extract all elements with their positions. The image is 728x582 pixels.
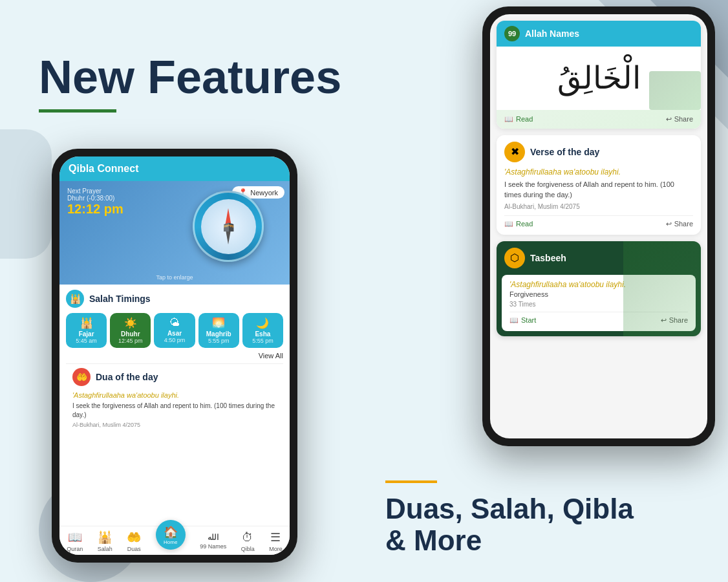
verse-title: Verse of the day (530, 147, 599, 157)
dua-section-title: Dua of the day (96, 372, 158, 382)
quran-bg-image (649, 71, 701, 110)
compass-inner: 🕋 (201, 199, 256, 254)
dhuhr-time: 12:45 pm (112, 338, 148, 344)
dua-translation: I seek the forgiveness of Allah and repe… (72, 402, 277, 420)
nav-item-99names[interactable]: الله 99 Names (200, 533, 226, 550)
tagline-text: Duas, Salah, Qibla & More (385, 493, 634, 556)
main-headline: New Features (39, 52, 341, 103)
kaaba-icon: 🕋 (223, 221, 234, 232)
dua-header: 🤲 Dua of the day (72, 368, 277, 386)
tasbeeh-icon: ⬡ (504, 248, 525, 268)
tap-enlarge-label[interactable]: Tap to enlarge (156, 274, 193, 281)
prayer-card-maghrib[interactable]: 🌅 Maghrib 5:55 pm (198, 313, 239, 348)
fajar-name: Fajar (69, 330, 104, 338)
nav-item-salah[interactable]: 🕌 Salah (98, 530, 112, 552)
tasbeeh-start-label: Start (521, 316, 536, 324)
nav-home-button[interactable]: 🏠 Home (156, 520, 186, 550)
headline-section: New Features (39, 52, 341, 113)
verse-share-label: Share (674, 220, 693, 228)
asar-time: 4:50 pm (156, 337, 192, 343)
dua-section-icon: 🤲 (72, 368, 91, 386)
prayer-card-dhuhr[interactable]: ☀️ Dhuhr 12:45 pm (110, 313, 151, 348)
verse-read-label: Read (516, 220, 533, 228)
esha-time: 5:55 pm (245, 338, 281, 344)
left-phone-frame: Qibla Connect Next Prayer Dhuhr (-0:38:0… (52, 149, 297, 563)
salah-nav-icon: 🕌 (98, 530, 112, 544)
allah-names-share-button[interactable]: ↩ Share (602, 115, 693, 124)
quran-label: Quran (67, 546, 83, 552)
bottom-nav: 📖 Quran 🕌 Salah 🤲 Duas 🏠 Home (59, 526, 290, 555)
right-panel: 99 Allah Names الْخَالِقُ 📖 Read ↩ (366, 0, 728, 582)
duas-label: Duas (127, 546, 141, 552)
verse-read-icon: 📖 (504, 220, 513, 228)
compass-circle: 🕋 (193, 191, 264, 262)
tasbeeh-start-button[interactable]: 📖 Start (509, 316, 599, 325)
verse-icon: ✖ (504, 142, 525, 162)
left-panel: New Features Qibla Connect Next Prayer (0, 0, 375, 582)
fajar-time: 5:45 am (69, 338, 104, 344)
next-prayer-label: Next Prayer (67, 188, 123, 195)
fajar-icon: 🕌 (69, 317, 104, 329)
allah-names-card: 99 Allah Names الْخَالِقُ 📖 Read ↩ (497, 21, 701, 129)
left-phone-screen: Qibla Connect Next Prayer Dhuhr (-0:38:0… (59, 156, 290, 555)
maghrib-time: 5:55 pm (201, 338, 237, 344)
asar-icon: 🌤 (156, 317, 192, 329)
verse-reference: Al-Bukhari, Muslim 4/2075 (504, 203, 693, 210)
tasbeeh-title: Tasbeeh (530, 253, 566, 263)
right-phone-frame: 99 Allah Names الْخَالِقُ 📖 Read ↩ (482, 6, 715, 446)
prayer-cards-row: 🕌 Fajar 5:45 am ☀️ Dhuhr 12:45 pm 🌤 (66, 313, 283, 348)
left-phone-container: Qibla Connect Next Prayer Dhuhr (-0:38:0… (52, 149, 297, 563)
dua-arabic-text: 'Astaghfirullaaha wa'atoobu ilayhi. (72, 391, 277, 399)
esha-name: Esha (245, 330, 281, 338)
maghrib-icon: 🌅 (201, 317, 237, 329)
nav-item-more[interactable]: ☰ More (269, 530, 283, 552)
quran-icon: 📖 (68, 530, 82, 544)
nav-item-qibla[interactable]: ⏱ Qibla (241, 531, 255, 552)
allah-names-read-label: Read (516, 115, 533, 123)
home-icon: 🏠 (164, 525, 178, 539)
tasbeeh-card: ⬡ Tasbeeh 'Astaghfirullaaha wa'atoobu il… (497, 241, 701, 336)
tagline-section: Duas, Salah, Qibla & More (385, 480, 634, 556)
read-book-icon: 📖 (504, 115, 513, 124)
verse-share-button[interactable]: ↩ Share (599, 220, 693, 228)
headline-underline (39, 109, 116, 113)
dua-reference: Al-Bukhari, Muslim 4/2075 (72, 422, 277, 428)
share-icon: ↩ (666, 115, 672, 124)
tagline-accent-bar (385, 480, 437, 483)
nav-item-quran[interactable]: 📖 Quran (67, 530, 83, 552)
more-label: More (269, 546, 283, 552)
app-header: Qibla Connect (59, 156, 290, 181)
verse-translation: I seek the forgiveness of Allah and repe… (504, 179, 693, 200)
allah-names-header: 99 Allah Names (497, 21, 701, 47)
prayer-time: 12:12 pm (67, 202, 123, 217)
salah-section-title: Salah Timings (89, 294, 151, 304)
verse-read-button[interactable]: 📖 Read (504, 220, 599, 228)
nav-item-duas[interactable]: 🤲 Duas (127, 530, 141, 552)
salah-header: 🕌 Salah Timings (66, 290, 283, 308)
tagline-line2: & More (385, 524, 482, 556)
prayer-card-esha[interactable]: 🌙 Esha 5:55 pm (242, 313, 283, 348)
more-icon: ☰ (270, 530, 281, 544)
allah-names-actions: 📖 Read ↩ Share (497, 110, 701, 129)
asar-name: Asar (156, 330, 192, 337)
view-all-link[interactable]: View All (66, 352, 283, 360)
duas-icon: 🤲 (127, 530, 141, 544)
salah-label: Salah (98, 546, 112, 552)
verse-of-day-card: ✖ Verse of the day 'Astaghfirullaaha wa'… (497, 135, 701, 235)
maghrib-name: Maghrib (201, 330, 237, 338)
allah-names-badge: 99 (504, 26, 520, 41)
prayer-card-asar[interactable]: 🌤 Asar 4:50 pm (154, 313, 195, 348)
verse-share-icon: ↩ (666, 220, 672, 228)
home-label: Home (164, 539, 177, 545)
allah-names-read-button[interactable]: 📖 Read (504, 115, 595, 124)
allah-names-title: Allah Names (525, 28, 579, 39)
prayer-info: Next Prayer Dhuhr (-0:38:00) 12:12 pm (67, 188, 123, 217)
verse-header: ✖ Verse of the day (504, 142, 693, 162)
location-name: Newyork (250, 189, 278, 197)
salah-section-icon: 🕌 (66, 290, 84, 308)
qibla-icon: ⏱ (242, 531, 253, 544)
app-name: Qibla Connect (69, 163, 138, 174)
prayer-card-fajar[interactable]: 🕌 Fajar 5:45 am (66, 313, 107, 348)
99names-label: 99 Names (200, 543, 226, 550)
esha-icon: 🌙 (245, 317, 281, 329)
